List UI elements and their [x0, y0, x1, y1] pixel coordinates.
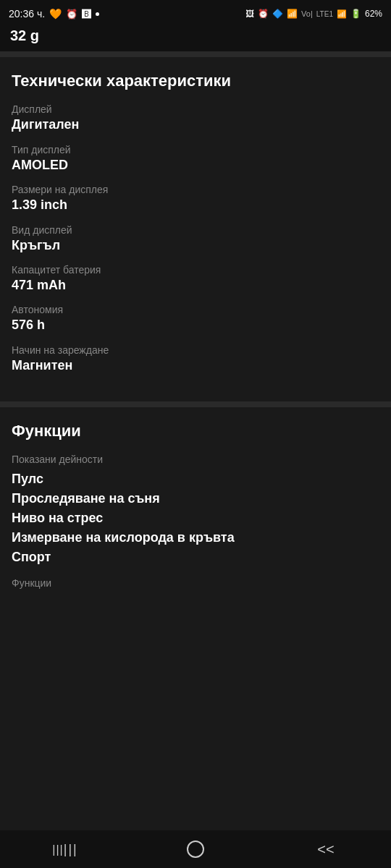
- spec-display-type-label: Тип дисплей: [12, 144, 379, 156]
- status-bar-left: 20:36 ч. 🧡 ⏰ 🅱: [9, 8, 99, 20]
- separator-1: [0, 51, 391, 57]
- spec-battery-capacity-value: 471 mAh: [12, 277, 379, 294]
- spec-display-size: Размери на дисплея 1.39 inch: [12, 184, 379, 213]
- alarm2-icon: ⏰: [258, 9, 269, 19]
- activities-list: Пулс Проследяване на съня Ниво на стрес …: [12, 469, 379, 567]
- wifi-icon: 📶: [287, 9, 298, 19]
- nav-back-icon: <: [317, 841, 334, 858]
- spec-battery-capacity: Капацитет батерия 471 mAh: [12, 264, 379, 294]
- alarm-icon: ⏰: [66, 9, 77, 20]
- spec-display-shape-label: Вид дисплей: [12, 224, 379, 236]
- lte-icon: LTE1: [316, 10, 333, 18]
- notification-icon: 🅱: [82, 9, 91, 20]
- activity-sleep: Проследяване на съня: [12, 489, 379, 509]
- spec-display-type: Тип дисплей AMOLED: [12, 144, 379, 174]
- spec-display-shape: Вид дисплей Кръгъл: [12, 224, 379, 254]
- functions-section: Функции Показани дейности Пулс Проследяв…: [0, 407, 391, 606]
- separator-2: [0, 401, 391, 407]
- nav-back-button[interactable]: <: [304, 835, 348, 864]
- spec-display-type-value: AMOLED: [12, 157, 379, 174]
- weight-value: 32 g: [10, 27, 39, 43]
- spec-display: Дисплей Дигитален: [12, 103, 379, 133]
- spec-display-size-label: Размери на дисплея: [12, 184, 379, 195]
- status-bar: 20:36 ч. 🧡 ⏰ 🅱 🖼 ⏰ 🔷 📶 Vo| LTE1 📶 🔋 62%: [0, 0, 391, 26]
- technical-specs-section: Технически характеристики Дисплей Дигита…: [0, 57, 391, 401]
- signal-icon: Vo|: [301, 9, 313, 18]
- battery-icon: 🔋: [350, 9, 361, 19]
- activity-oxygen: Измерване на кислорода в кръвта: [12, 528, 379, 548]
- spec-display-size-value: 1.39 inch: [12, 197, 379, 213]
- nav-recent-button[interactable]: |||: [43, 835, 87, 864]
- activity-stress: Ниво на стрес: [12, 509, 379, 528]
- status-time: 20:36 ч.: [9, 8, 45, 20]
- status-bar-right: 🖼 ⏰ 🔷 📶 Vo| LTE1 📶 🔋 62%: [245, 9, 382, 19]
- activities-label: Показани дейности: [12, 454, 379, 465]
- spec-charging-value: Магнитен: [12, 357, 379, 374]
- heart-icon: 🧡: [49, 8, 62, 20]
- nav-bar: ||| <: [0, 830, 391, 868]
- spec-charging: Начин на зареждане Магнитен: [12, 344, 379, 374]
- spec-battery-capacity-label: Капацитет батерия: [12, 264, 379, 276]
- nav-home-button[interactable]: [174, 835, 217, 864]
- spec-autonomy: Автономия 576 h: [12, 304, 379, 333]
- spec-autonomy-label: Автономия: [12, 304, 379, 315]
- spec-display-shape-value: Кръгъл: [12, 237, 379, 254]
- header-weight-section: 32 g: [0, 26, 391, 51]
- activity-pulse: Пулс: [12, 469, 379, 489]
- spec-display-value: Дигитален: [12, 116, 379, 133]
- spec-autonomy-value: 576 h: [12, 317, 379, 333]
- battery-percent: 62%: [365, 9, 382, 19]
- functions-bottom-label: Функции: [12, 577, 379, 589]
- functions-title: Функции: [12, 422, 379, 441]
- spec-display-label: Дисплей: [12, 103, 379, 115]
- bars-icon: 📶: [337, 9, 347, 19]
- spec-charging-label: Начин на зареждане: [12, 344, 379, 356]
- technical-specs-title: Технически характеристики: [12, 72, 379, 90]
- photo-icon: 🖼: [245, 9, 254, 19]
- activity-sport: Спорт: [12, 548, 379, 567]
- bluetooth-icon: 🔷: [272, 9, 283, 19]
- nav-home-icon: [187, 841, 204, 858]
- dot-indicator: [96, 12, 99, 16]
- nav-lines-icon: |||: [52, 842, 78, 857]
